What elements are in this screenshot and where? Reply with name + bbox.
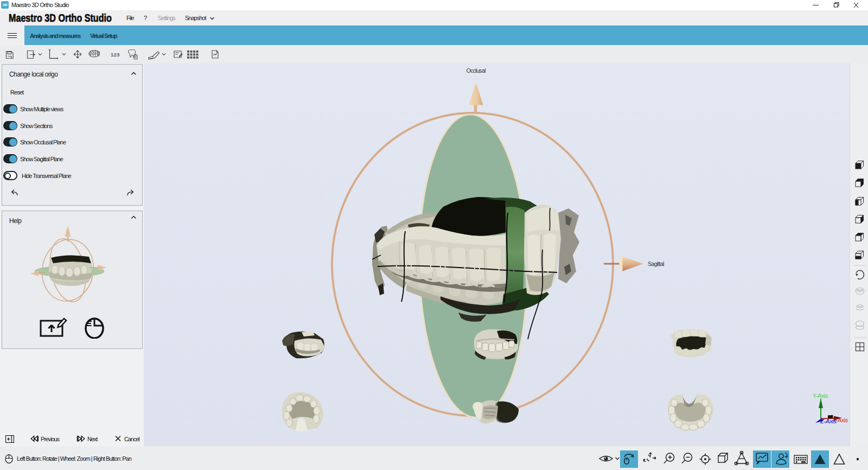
svg-text:Sagittal: Sagittal xyxy=(648,261,664,267)
svg-text:Occlusal: Occlusal xyxy=(467,67,486,74)
svg-text:Y-Axis: Y-Axis xyxy=(813,392,828,399)
